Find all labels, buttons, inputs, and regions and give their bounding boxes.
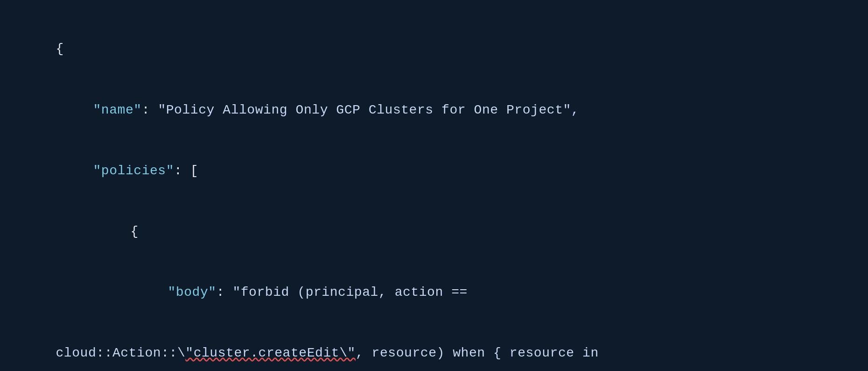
brace-open: {	[56, 42, 63, 56]
line-policies: "policies": [	[23, 140, 845, 201]
key-name: "name"	[93, 103, 141, 117]
code-editor: { "name": "Policy Allowing Only GCP Clus…	[0, 0, 868, 371]
value-create-edit: "cluster.createEdit\"	[185, 346, 356, 360]
value-body-start: "forbid (principal, action ==	[232, 285, 468, 300]
value-cloud-action-prefix: cloud::Action::\	[56, 346, 185, 360]
line-body-start: "body": "forbid (principal, action ==	[23, 262, 845, 323]
value-name: "Policy Allowing Only GCP Clusters for O…	[158, 103, 579, 117]
value-body-action-rest: , resource) when { resource in	[356, 346, 599, 360]
line-name: "name": "Policy Allowing Only GCP Cluste…	[23, 79, 845, 140]
line-open-brace: {	[23, 19, 845, 79]
line-body-action: cloud::Action::\"cluster.createEdit\", r…	[23, 323, 845, 371]
key-body: "body"	[168, 285, 216, 300]
line-inner-open-brace: {	[23, 201, 845, 262]
key-policies: "policies"	[93, 164, 174, 178]
